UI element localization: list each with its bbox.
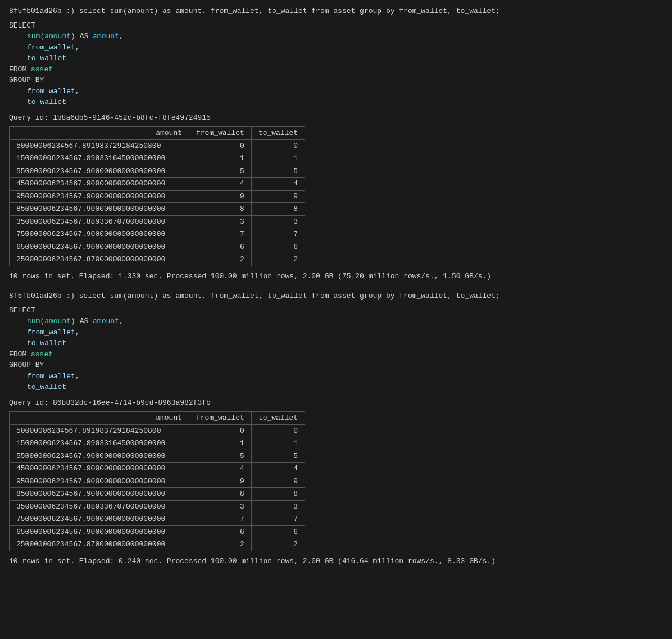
cell-amount: 950000006234567.900000000000000000 [10, 475, 189, 488]
cell-amount: 850000006234567.900000000000000000 [10, 488, 189, 501]
sql-group1-2: from_wallet, [9, 371, 663, 382]
cell-from-wallet: 7 [189, 513, 252, 526]
cell-amount: 50000006234567.891983729184250800 [10, 139, 189, 152]
table-row: 750000006234567.90000000000000000077 [10, 513, 305, 526]
cell-to-wallet: 7 [251, 513, 305, 526]
cell-to-wallet: 1 [251, 152, 305, 165]
table-row: 550000006234567.90000000000000000055 [10, 450, 305, 463]
sql-from-2: FROM asset [9, 349, 663, 360]
sql-line1-1: sum(amount) AS amount, [9, 31, 663, 42]
cell-to-wallet: 3 [251, 215, 305, 228]
sql-line2-2: from_wallet, [9, 327, 663, 338]
col-header-amount-1: amount [10, 127, 189, 140]
stats-1: 10 rows in set. Elapsed: 1.330 sec. Proc… [9, 271, 663, 282]
cell-from-wallet: 0 [189, 424, 252, 437]
session-1: 8f5fb01ad26b :) select sum(amount) as am… [9, 6, 663, 282]
sql-group-2: GROUP BY [9, 360, 663, 371]
table-row: 50000006234567.89198372918425080000 [10, 139, 305, 152]
cell-amount: 850000006234567.900000000000000000 [10, 203, 189, 216]
table-row: 650000006234567.90000000000000000066 [10, 525, 305, 538]
col-header-from-2: from_wallet [189, 412, 252, 425]
cell-to-wallet: 3 [251, 500, 305, 513]
query-id-2: Query id: 86b832dc-16ee-4714-b9cd-8963a9… [9, 397, 663, 409]
cell-from-wallet: 9 [189, 475, 252, 488]
cell-from-wallet: 9 [189, 190, 252, 203]
sql-group-1: GROUP BY [9, 75, 663, 86]
cell-from-wallet: 5 [189, 165, 252, 178]
cell-amount: 250000006234567.870000000000000000 [10, 538, 189, 551]
cell-to-wallet: 4 [251, 463, 305, 475]
cell-to-wallet: 7 [251, 228, 305, 241]
table-row: 850000006234567.90000000000000000088 [10, 203, 305, 216]
cell-amount: 750000006234567.900000000000000000 [10, 228, 189, 241]
cell-amount: 650000006234567.900000000000000000 [10, 241, 189, 253]
sql-line2-1: from_wallet, [9, 42, 663, 53]
sql-line3-1: to_wallet [9, 53, 663, 64]
col-header-amount-2: amount [10, 412, 189, 425]
cell-from-wallet: 0 [189, 139, 252, 152]
cell-to-wallet: 8 [251, 488, 305, 501]
cell-to-wallet: 1 [251, 437, 305, 450]
sql-line1-2: sum(amount) AS amount, [9, 316, 663, 327]
session-2: 8f5fb01ad26b :) select sum(amount) as am… [9, 291, 663, 567]
cell-amount: 750000006234567.900000000000000000 [10, 513, 189, 526]
prompt-line-2: 8f5fb01ad26b :) select sum(amount) as am… [9, 291, 663, 302]
cell-amount: 550000006234567.900000000000000000 [10, 450, 189, 463]
cell-from-wallet: 3 [189, 215, 252, 228]
cell-to-wallet: 5 [251, 450, 305, 463]
cell-to-wallet: 2 [251, 253, 305, 266]
table-row: 250000006234567.87000000000000000022 [10, 253, 305, 266]
sql-group1-1: from_wallet, [9, 86, 663, 97]
terminal-output: 8f5fb01ad26b :) select sum(amount) as am… [9, 6, 663, 567]
table-row: 850000006234567.90000000000000000088 [10, 488, 305, 501]
sql-line3-2: to_wallet [9, 338, 663, 349]
cell-to-wallet: 2 [251, 538, 305, 551]
table-row: 650000006234567.90000000000000000066 [10, 241, 305, 253]
cell-from-wallet: 1 [189, 152, 252, 165]
cell-from-wallet: 4 [189, 463, 252, 475]
table-row: 450000006234567.90000000000000000044 [10, 178, 305, 191]
col-header-to-2: to_wallet [251, 412, 305, 425]
table-row: 550000006234567.90000000000000000055 [10, 165, 305, 178]
sql-group2-1: to_wallet [9, 97, 663, 108]
table-row: 950000006234567.90000000000000000099 [10, 190, 305, 203]
table-row: 150000006234567.89033164500000000011 [10, 437, 305, 450]
sql-group2-2: to_wallet [9, 382, 663, 393]
prompt-line-1: 8f5fb01ad26b :) select sum(amount) as am… [9, 6, 663, 17]
result-table-1: amount from_wallet to_wallet 50000006234… [9, 126, 305, 266]
cell-amount: 350000006234567.889336707000000000 [10, 500, 189, 513]
table-row: 750000006234567.90000000000000000077 [10, 228, 305, 241]
col-header-from-1: from_wallet [189, 127, 252, 140]
cell-from-wallet: 2 [189, 538, 252, 551]
cell-to-wallet: 6 [251, 525, 305, 538]
cell-amount: 450000006234567.900000000000000000 [10, 178, 189, 191]
cell-from-wallet: 7 [189, 228, 252, 241]
col-header-to-1: to_wallet [251, 127, 305, 140]
table-row: 250000006234567.87000000000000000022 [10, 538, 305, 551]
cell-amount: 950000006234567.900000000000000000 [10, 190, 189, 203]
cell-from-wallet: 2 [189, 253, 252, 266]
cell-amount: 350000006234567.889336707000000000 [10, 215, 189, 228]
cell-amount: 150000006234567.890331645000000000 [10, 437, 189, 450]
cell-from-wallet: 6 [189, 241, 252, 253]
table-row: 350000006234567.88933670700000000033 [10, 500, 305, 513]
table-row: 450000006234567.90000000000000000044 [10, 463, 305, 475]
cell-from-wallet: 5 [189, 450, 252, 463]
query-id-1: Query id: 1b8a6db5-9146-452c-b8fc-f8fe49… [9, 112, 663, 124]
cell-amount: 550000006234567.900000000000000000 [10, 165, 189, 178]
prompt-text-2: 8f5fb01ad26b :) select sum(amount) as am… [9, 292, 500, 300]
sql-from-1: FROM asset [9, 64, 663, 75]
cell-from-wallet: 8 [189, 488, 252, 501]
sql-block-1: SELECT sum(amount) AS amount, from_walle… [9, 20, 663, 108]
cell-amount: 450000006234567.900000000000000000 [10, 463, 189, 475]
cell-amount: 250000006234567.870000000000000000 [10, 253, 189, 266]
cell-to-wallet: 8 [251, 203, 305, 216]
cell-to-wallet: 0 [251, 424, 305, 437]
result-table-2: amount from_wallet to_wallet 50000006234… [9, 411, 305, 551]
cell-from-wallet: 3 [189, 500, 252, 513]
cell-to-wallet: 9 [251, 475, 305, 488]
cell-amount: 150000006234567.890331645000000000 [10, 152, 189, 165]
table-row: 50000006234567.89198372918425080000 [10, 424, 305, 437]
cell-amount: 650000006234567.900000000000000000 [10, 525, 189, 538]
sql-block-2: SELECT sum(amount) AS amount, from_walle… [9, 305, 663, 393]
